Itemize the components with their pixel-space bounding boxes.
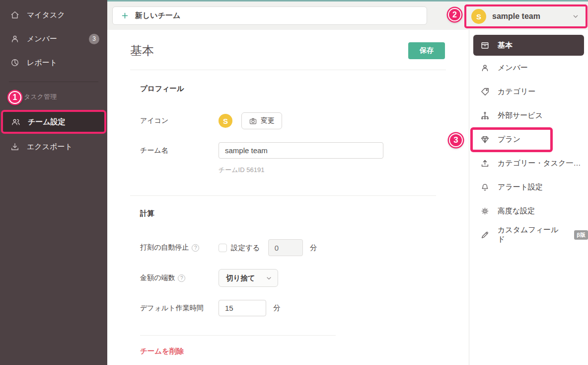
sitemap-icon (480, 111, 490, 120)
beta-badge: β版 (574, 230, 588, 240)
sidebar-item-members[interactable]: メンバー 3 (0, 27, 107, 51)
team-id-hint: チームID 56191 (219, 166, 469, 175)
camera-icon (249, 117, 257, 125)
current-team-name: sample team (492, 12, 540, 21)
help-icon[interactable]: ? (178, 274, 185, 282)
calculation-section-heading: 計算 (140, 209, 469, 218)
settings-item-external-services[interactable]: 外部サービス (469, 103, 588, 127)
main-content: 基本 保存 プロフィール アイコン S 変更 チーム名 チームID 56191 … (107, 30, 469, 365)
profile-section-heading: プロフィール (140, 84, 469, 93)
team-switcher[interactable]: S sample team (464, 4, 588, 28)
settings-item-label: 高度な設定 (498, 206, 535, 216)
change-icon-button[interactable]: 変更 (241, 112, 282, 129)
worktime-form-row: デフォルト作業時間 分 (140, 300, 469, 316)
autostop-label-text: 打刻の自動停止 (140, 243, 189, 252)
sidebar-item-reports[interactable]: レポート (0, 51, 107, 75)
settings-item-basic[interactable]: 基本 (473, 35, 584, 56)
settings-item-label: 外部サービス (498, 111, 543, 120)
save-button[interactable]: 保存 (408, 42, 445, 59)
header-divider (130, 70, 446, 70)
team-name-label: チーム名 (140, 146, 219, 155)
user-icon (10, 34, 20, 44)
settings-item-label: カテゴリー・タスク一括... (498, 159, 581, 168)
delete-team-link[interactable]: チームを削除 (140, 347, 184, 356)
team-avatar: S (471, 9, 486, 24)
settings-item-categories[interactable]: カテゴリー (469, 80, 588, 103)
team-name-form-row: チーム名 (140, 142, 469, 159)
worktime-unit-label: 分 (273, 303, 281, 313)
autostop-label: 打刻の自動停止 ? (140, 243, 219, 252)
settings-item-advanced[interactable]: 高度な設定 (469, 199, 588, 223)
settings-item-label: メンバー (498, 63, 528, 73)
gear-icon (480, 206, 490, 216)
rounding-select[interactable]: 切り捨て (219, 269, 278, 287)
section-divider (130, 195, 436, 196)
help-icon[interactable]: ? (192, 244, 199, 252)
icon-form-row: アイコン S 変更 (140, 112, 469, 129)
settings-item-bulk-import[interactable]: カテゴリー・タスク一括... (469, 151, 588, 175)
sidebar-section-task-management: タスク管理 (0, 92, 107, 102)
annotation-box-team-settings: チーム設定 (1, 110, 106, 134)
team-name-input[interactable] (219, 142, 383, 159)
autostop-checkbox-label: 設定する (231, 243, 260, 253)
gem-icon (480, 135, 490, 144)
settings-item-label: 基本 (498, 41, 513, 50)
settings-item-label: カスタムフィールド (498, 225, 563, 244)
autostop-checkbox[interactable] (219, 244, 227, 252)
autostop-minutes-input (268, 239, 303, 256)
user-icon (480, 63, 490, 73)
rounding-label-text: 金額の端数 (140, 274, 175, 282)
rounding-selected-value: 切り捨て (226, 274, 255, 283)
sidebar-item-team-settings[interactable]: チーム設定 (3, 112, 104, 132)
topbar: 新しいチーム S sample team (107, 0, 588, 30)
pencil-icon (480, 230, 490, 240)
upload-icon (480, 159, 490, 168)
sidebar-item-my-tasks[interactable]: マイタスク (0, 3, 107, 27)
settings-sidebar: 基本 メンバー カテゴリー 外部サービス プラン (469, 30, 588, 365)
download-icon (10, 142, 20, 152)
settings-item-members[interactable]: メンバー (469, 56, 588, 80)
rounding-form-row: 金額の端数 ? 切り捨て (140, 269, 469, 287)
change-button-label: 変更 (261, 116, 275, 125)
bell-icon (480, 182, 490, 192)
settings-item-label: プラン (498, 135, 520, 144)
chevron-down-icon (572, 12, 580, 20)
rounding-label: 金額の端数 ? (140, 274, 219, 282)
settings-item-label: アラート設定 (498, 182, 543, 192)
autostop-form-row: 打刻の自動停止 ? 設定する 分 (140, 239, 469, 256)
settings-item-plan[interactable]: プラン (469, 127, 588, 151)
bottom-divider (140, 335, 336, 336)
worktime-input[interactable] (219, 300, 266, 316)
chevron-down-icon (265, 274, 273, 282)
settings-item-label: カテゴリー (498, 87, 535, 96)
new-team-button[interactable]: 新しいチーム (112, 6, 427, 25)
pie-chart-icon (10, 58, 20, 68)
autostop-unit-label: 分 (310, 243, 317, 253)
new-team-label: 新しいチーム (135, 11, 180, 20)
tag-icon (480, 87, 490, 96)
sidebar-item-label: メンバー (27, 34, 57, 44)
sidebar-item-label: エクスポート (27, 142, 73, 152)
left-sidebar: マイタスク メンバー 3 レポート タスク管理 (0, 0, 107, 365)
sidebar-item-label: マイタスク (27, 10, 65, 20)
archive-icon (480, 41, 490, 50)
settings-item-alerts[interactable]: アラート設定 (469, 175, 588, 199)
users-icon (11, 117, 21, 127)
app-window: マイタスク メンバー 3 レポート タスク管理 (0, 0, 588, 365)
worktime-label: デフォルト作業時間 (140, 304, 219, 313)
members-count-badge: 3 (89, 34, 99, 44)
team-icon-avatar: S (219, 114, 232, 128)
sidebar-item-label: チーム設定 (28, 117, 66, 127)
sidebar-item-export[interactable]: エクスポート (0, 135, 107, 159)
icon-label: アイコン (140, 116, 219, 125)
sidebar-divider (9, 82, 98, 82)
settings-item-custom-fields[interactable]: カスタムフィールド β版 (469, 223, 588, 247)
plus-icon (121, 11, 129, 20)
sidebar-item-label: レポート (27, 58, 57, 68)
home-icon (10, 10, 20, 20)
